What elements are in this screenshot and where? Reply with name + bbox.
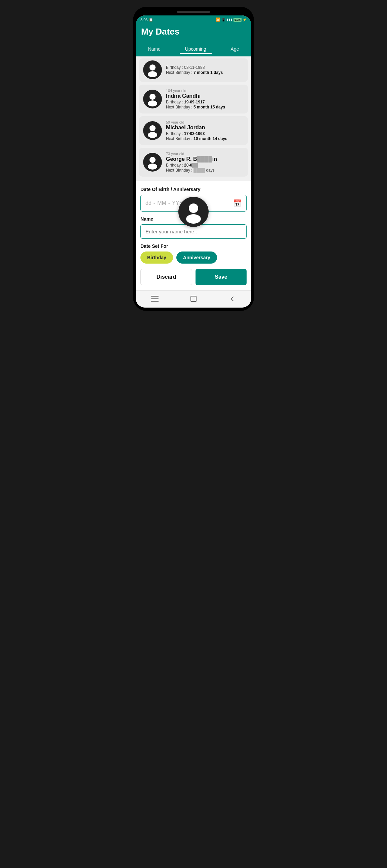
action-buttons: Discard Save [141, 269, 246, 285]
signal-icon: ▮▮▮ [227, 18, 233, 22]
svg-point-8 [189, 204, 198, 213]
save-button[interactable]: Save [196, 269, 246, 285]
person-bday-partial-top: Birthday : 03-11-1988 [166, 65, 244, 70]
person-info-partial-top: Birthday : 03-11-1988 Next Birthday : 7 … [166, 65, 244, 75]
svg-rect-13 [191, 296, 196, 302]
person-age-indira-gandhi: 104 year old [166, 89, 244, 93]
anniversary-button[interactable]: Anniversary [176, 251, 217, 264]
person-name-george: George R. B████in [166, 156, 244, 162]
svg-point-7 [148, 163, 157, 169]
svg-point-4 [149, 125, 155, 131]
notch [177, 11, 210, 13]
svg-point-6 [149, 157, 155, 163]
tab-name[interactable]: Name [143, 45, 166, 54]
clipboard-icon: 📋 [149, 18, 153, 22]
status-bar: 3:06 📋 📶 📳 ▮▮▮ 51% ⚡ [136, 16, 251, 23]
svg-rect-12 [151, 301, 158, 302]
svg-point-5 [148, 132, 157, 138]
status-left: 3:06 📋 [141, 18, 153, 22]
person-age-george: 73 year old [166, 152, 244, 156]
wifi-icon: 📶 [216, 18, 220, 22]
person-next-michael-jordan: Next Birthday : 10 month 14 days [166, 136, 244, 141]
svg-rect-10 [151, 296, 158, 297]
avatar-indira-gandhi [143, 90, 162, 108]
svg-point-2 [149, 94, 155, 100]
person-next-partial-top: Next Birthday : 7 month 1 days [166, 70, 244, 75]
svg-point-1 [148, 71, 157, 77]
month-placeholder: MM [157, 200, 166, 206]
svg-point-3 [148, 100, 157, 106]
date-set-label: Date Set For [141, 243, 246, 249]
discard-button[interactable]: Discard [141, 269, 192, 285]
person-card-michael-jordan[interactable]: 59 year old Michael Jordan Birthday : 17… [139, 116, 248, 145]
person-name-michael-jordan: Michael Jordan [166, 125, 244, 131]
birthday-button[interactable]: Birthday [141, 251, 173, 264]
date-sep-2: - [168, 200, 170, 206]
person-next-george: Next Birthday : ████ days [166, 168, 244, 173]
charging-icon: ⚡ [242, 18, 246, 22]
status-right: 📶 📳 ▮▮▮ 51% ⚡ [216, 18, 246, 22]
menu-icon[interactable] [149, 294, 161, 304]
person-next-indira-gandhi: Next Birthday : 5 month 15 days [166, 105, 244, 110]
day-placeholder: dd [145, 200, 151, 206]
type-buttons: Birthday Anniversary [141, 251, 246, 264]
person-info-george: 73 year old George R. B████in Birthday :… [166, 152, 244, 173]
dob-label: Date Of Birth / Anniversary [141, 187, 246, 192]
tab-age[interactable]: Age [226, 45, 244, 54]
home-icon[interactable] [187, 294, 200, 304]
person-bday-indira-gandhi: Birthday : 19-09-1917 [166, 100, 244, 104]
phone-frame: 3:06 📋 📶 📳 ▮▮▮ 51% ⚡ My Dates Name Upcom… [133, 7, 254, 311]
person-name-indira-gandhi: Indira Gandhi [166, 93, 244, 99]
avatar-partial-top [143, 60, 162, 79]
person-bday-michael-jordan: Birthday : 17-02-1963 [166, 131, 244, 136]
screen: 3:06 📋 📶 📳 ▮▮▮ 51% ⚡ My Dates Name Upcom… [136, 16, 251, 308]
app-title: My Dates [141, 27, 246, 37]
date-sep-1: - [153, 200, 155, 206]
battery-icon: 51% [234, 18, 242, 22]
person-bday-george: Birthday : 20-0██ [166, 163, 244, 167]
svg-point-9 [186, 214, 201, 224]
person-age-michael-jordan: 59 year old [166, 120, 244, 124]
person-info-indira-gandhi: 104 year old Indira Gandhi Birthday : 19… [166, 89, 244, 110]
svg-point-0 [149, 64, 155, 70]
avatar-michael-jordan [143, 121, 162, 140]
content-area: Birthday : 03-11-1988 Next Birthday : 7 … [136, 56, 251, 181]
app-header: My Dates [136, 23, 251, 45]
floating-avatar-overlay [178, 197, 209, 227]
person-card-george[interactable]: 73 year old George R. B████in Birthday :… [139, 148, 248, 177]
svg-rect-11 [151, 299, 158, 300]
avatar-george [143, 153, 162, 172]
sim-icon: 📳 [221, 18, 226, 22]
tab-upcoming[interactable]: Upcoming [180, 45, 212, 54]
person-card-indira-gandhi[interactable]: 104 year old Indira Gandhi Birthday : 19… [139, 85, 248, 114]
calendar-icon[interactable]: 📅 [233, 199, 242, 207]
person-card-partial-top: Birthday : 03-11-1988 Next Birthday : 7 … [139, 58, 248, 82]
tab-bar: Name Upcoming Age [136, 45, 251, 56]
back-icon[interactable] [226, 294, 238, 304]
person-info-michael-jordan: 59 year old Michael Jordan Birthday : 17… [166, 120, 244, 141]
bottom-nav [136, 290, 251, 308]
status-time: 3:06 [141, 18, 147, 22]
